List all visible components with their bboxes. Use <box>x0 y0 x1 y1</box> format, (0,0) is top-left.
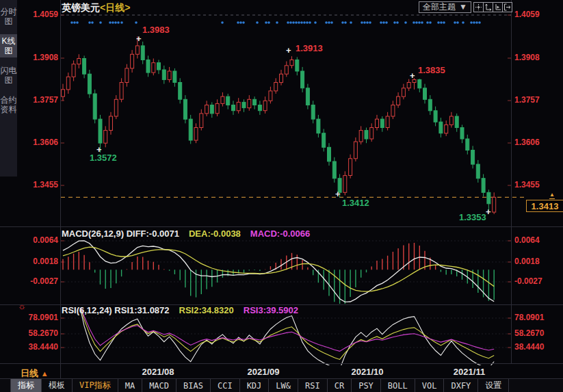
x-axis-date: 2021/11 <box>454 367 485 377</box>
rsi-axis-label: 78.0901 <box>18 313 58 322</box>
chart-canvas[interactable] <box>0 0 563 392</box>
sidebar-item-kline-chart[interactable]: K线图 <box>0 34 17 57</box>
rsi3-value: RSI3:39.5902 <box>244 305 298 315</box>
price-axis-label: 1.4059 <box>514 10 558 19</box>
crosshair-move-icon[interactable] <box>473 2 484 12</box>
toolbar-item-vip-indicators[interactable]: VIP指标 <box>73 379 118 392</box>
panel-divider <box>0 226 563 227</box>
toolbar-item-boll[interactable]: BOLL <box>381 379 415 392</box>
rsi-axis-label: 78.0901 <box>514 313 558 322</box>
macd-dea-value: DEA:-0.0038 <box>189 228 241 239</box>
theme-dropdown-label: 全部主题 <box>423 2 456 12</box>
sidebar-item-time-chart[interactable]: 分时图 <box>0 5 17 28</box>
rsi-axis-label: 58.2670 <box>514 328 558 338</box>
rsi-axis-label: 38.4440 <box>18 342 58 352</box>
rsi-axis-label: 58.2670 <box>18 328 58 338</box>
macd-axis-label: -0.0027 <box>18 276 58 286</box>
price-axis-label: 1.3606 <box>18 138 58 147</box>
indicator-toolbar: 指标 模板 VIP指标 MA MACD BIAS CCI KDJ LW& RSI… <box>0 379 563 392</box>
period-selector[interactable]: 日线 ▲ <box>21 367 49 380</box>
toolbar-item-bias[interactable]: BIAS <box>176 379 211 392</box>
toolbar-item-psy[interactable]: PSY <box>352 379 381 392</box>
low-marker-cross: + <box>486 207 491 216</box>
toolbar-item-lw[interactable]: LW& <box>269 379 298 392</box>
axis-play-icon[interactable] <box>493 2 503 12</box>
indicator-settings-icon[interactable]: ☼ <box>18 302 26 311</box>
toolbar-item-rsi[interactable]: RSI <box>298 379 328 392</box>
price-flag-icon: ▲ <box>549 192 555 199</box>
macd-title: MACD(26,12,9) DIFF:-0.0071 <box>62 228 179 239</box>
toolbar-item-templates[interactable]: 模板 <box>42 379 73 392</box>
price-annotation-high: 1.3913 <box>296 43 323 53</box>
macd-header: MACD(26,12,9) DIFF:-0.0071 DEA:-0.0038 M… <box>62 228 310 239</box>
macd-axis-label: -0.0027 <box>514 276 558 286</box>
rsi-axis-label: 38.4440 <box>514 342 558 352</box>
macd-axis-label: 0.0018 <box>514 257 558 266</box>
theme-dropdown[interactable]: 全部主题 ▼ <box>419 1 471 13</box>
rsi-header: RSI(6,12,24) RSI1:31.0872 RSI2:34.8320 R… <box>62 305 298 315</box>
toolbar-item-settings[interactable]: 设置 <box>478 379 509 392</box>
high-marker-cross: + <box>136 34 142 43</box>
price-axis-label: 1.3757 <box>18 95 58 105</box>
toolbar-item-indicators[interactable]: 指标 <box>10 379 42 392</box>
price-axis-label: 1.4059 <box>18 10 58 19</box>
price-axis-label: 1.3757 <box>514 95 558 105</box>
toolbar-item-ma[interactable]: MA <box>118 379 142 392</box>
toolbar-item-macd[interactable]: MACD <box>142 379 176 392</box>
price-annotation-high: 1.3835 <box>418 65 445 75</box>
toolbar-item-dxfy[interactable]: DXFY <box>444 379 478 392</box>
pop-out-icon[interactable] <box>502 2 512 12</box>
x-axis-date: 2021/08 <box>142 367 174 377</box>
macd-axis-label: 0.0018 <box>18 257 58 266</box>
panel-divider <box>0 363 563 364</box>
x-axis-date: 2021/10 <box>352 367 384 377</box>
price-annotation-low: 1.3353 <box>459 212 486 222</box>
price-axis-label: 1.3606 <box>514 138 558 147</box>
price-annotation-high: 1.3983 <box>142 25 170 35</box>
axis-scale-icon[interactable] <box>483 2 493 12</box>
price-axis-label: 1.3908 <box>18 53 58 62</box>
price-annotation-low: 1.3412 <box>342 198 369 208</box>
price-annotation-low: 1.3572 <box>90 153 117 163</box>
x-axis-date: 2021/09 <box>248 367 280 377</box>
period-tag: <日线> <box>100 2 130 13</box>
macd-axis-label: 0.0064 <box>18 235 58 245</box>
rsi2-value: RSI2:34.8320 <box>179 305 234 315</box>
high-marker-cross: + <box>286 46 291 55</box>
price-axis-label: 1.3908 <box>514 53 558 62</box>
sidebar-item-contract-info[interactable]: 合约资料 <box>0 93 17 116</box>
symbol-name: 英镑美元 <box>62 2 100 13</box>
trading-app-window: 分时图 K线图 闪电图 合约资料 英镑美元<日线> 全部主题 ▼ 1.4059 … <box>0 0 563 392</box>
sidebar-item-lightning-chart[interactable]: 闪电图 <box>0 64 17 87</box>
plot-right-border <box>511 0 512 363</box>
price-axis-label: 1.3455 <box>18 180 58 190</box>
chevron-down-icon: ▼ <box>459 2 467 12</box>
chart-mode-sidebar: 分时图 K线图 闪电图 合约资料 <box>0 0 17 177</box>
rsi-title: RSI(6,12,24) RSI1:31.0872 <box>62 305 170 315</box>
plot-left-border <box>60 0 61 378</box>
macd-axis-label: 0.0064 <box>514 235 558 245</box>
period-label: 日线 <box>21 368 38 378</box>
current-price-tag: 1.3413 <box>526 200 563 212</box>
macd-macd-value: MACD:-0.0066 <box>250 228 310 239</box>
price-axis-label: 1.3455 <box>514 180 558 190</box>
high-marker-cross: + <box>410 71 415 80</box>
symbol-title: 英镑美元<日线> <box>62 2 130 14</box>
triangle-up-icon: ▲ <box>41 369 49 378</box>
toolbar-item-kdj[interactable]: KDJ <box>240 379 270 392</box>
low-marker-cross: + <box>335 190 341 198</box>
toolbar-item-vol[interactable]: VOL <box>415 379 445 392</box>
toolbar-item-cci[interactable]: CCI <box>211 379 240 392</box>
toolbar-item-cr[interactable]: CR <box>328 379 352 392</box>
